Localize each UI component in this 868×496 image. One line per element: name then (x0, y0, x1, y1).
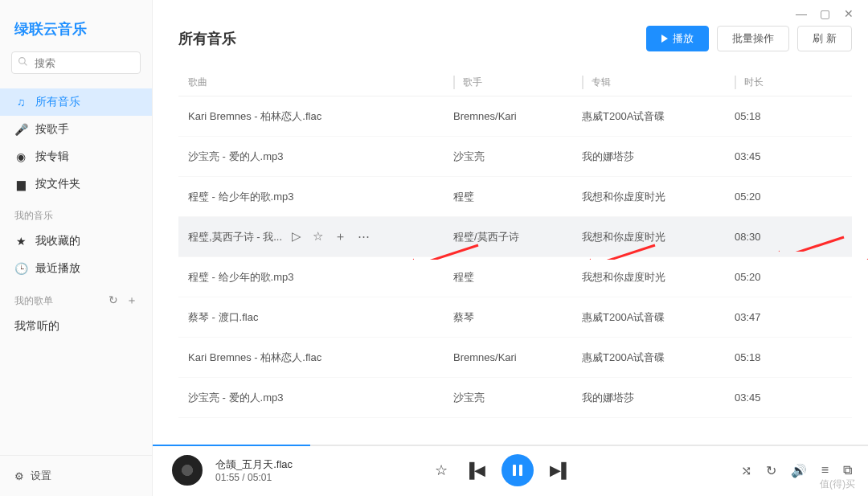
table-row[interactable]: 沙宝亮 - 爱的人.mp3 ▷ ☆ ＋ ⋯ 沙宝亮 我的娜塔莎 03:45 (178, 137, 852, 177)
progress-bar[interactable] (153, 445, 868, 446)
table-header: 歌曲 歌手 专辑 时长 (178, 69, 852, 96)
duration-cell: 05:18 (735, 110, 823, 122)
folder-icon: ▆ (14, 178, 27, 191)
volume-icon[interactable]: 🔊 (791, 463, 807, 478)
song-title: 沙宝亮 - 爱的人.mp3 (188, 391, 283, 405)
close-icon[interactable]: ✕ (844, 8, 855, 19)
sidebar-item-label: 按专辑 (35, 150, 69, 164)
sidebar-item-by-album[interactable]: ◉ 按专辑 (0, 143, 152, 170)
settings-button[interactable]: ⚙ 设置 (0, 455, 152, 496)
refresh-button[interactable]: 刷 新 (797, 26, 852, 51)
play-pause-button[interactable] (502, 454, 534, 486)
favorite-icon[interactable]: ☆ (435, 461, 448, 479)
section-my-music: 我的音乐 (0, 198, 152, 228)
history-icon[interactable]: ↻ (766, 463, 776, 478)
next-track-icon[interactable]: ▶▌ (550, 461, 571, 479)
song-title: 程璧 - 给少年的歌.mp3 (188, 190, 293, 204)
song-title: Kari Bremnes - 柏林恋人.flac (188, 109, 321, 124)
duration-cell: 05:20 (735, 271, 823, 283)
disc-icon: ◉ (14, 150, 27, 163)
duration-cell: 03:47 (735, 311, 823, 323)
sidebar-item-label: 我收藏的 (35, 234, 80, 248)
col-duration[interactable]: 时长 (735, 76, 823, 89)
table-row[interactable]: 沙宝亮 - 爱的人.mp3 ▷ ☆ ＋ ⋯ 沙宝亮 我的娜塔莎 03:45 (178, 378, 852, 418)
album-cell: 我想和你虚度时光 (582, 190, 735, 204)
now-playing-time: 01:55 / 05:01 (215, 472, 344, 483)
artist-cell: Bremnes/Kari (453, 351, 582, 363)
search-input[interactable] (11, 51, 141, 74)
mic-icon: 🎤 (14, 123, 27, 136)
album-cell: 我想和你虚度时光 (582, 270, 735, 285)
sidebar-item-label: 所有音乐 (35, 95, 80, 109)
duration-cell: 05:18 (735, 351, 823, 363)
col-song[interactable]: 歌曲 (188, 76, 453, 89)
song-title: Kari Bremnes - 柏林恋人.flac (188, 350, 321, 365)
add-icon[interactable]: ＋ (334, 229, 346, 244)
play-all-button[interactable]: 播放 (646, 26, 709, 51)
album-art[interactable] (172, 455, 203, 486)
queue-icon[interactable]: ≡ (821, 463, 829, 478)
svg-line-1 (24, 63, 27, 65)
section-my-playlist: 我的歌单 ↻ ＋ (0, 282, 152, 313)
watermark: 值(得)买 (820, 478, 855, 491)
table-row[interactable]: Kari Bremnes - 柏林恋人.flac ▷ ☆ ＋ ⋯ Bremnes… (178, 96, 852, 137)
more-icon[interactable]: ⋯ (358, 229, 370, 244)
album-cell: 我的娜塔莎 (582, 150, 735, 164)
add-playlist-icon[interactable]: ＋ (126, 293, 137, 308)
refresh-playlist-icon[interactable]: ↻ (108, 293, 118, 308)
batch-button[interactable]: 批量操作 (717, 26, 789, 51)
maximize-icon[interactable]: ▢ (820, 8, 831, 19)
duration-cell: 03:45 (735, 391, 823, 404)
main-content: 所有音乐 播放 批量操作 刷 新 歌曲 歌手 专辑 时长 Kari Bremne… (153, 0, 868, 496)
table-row[interactable]: Kari Bremnes - 柏林恋人.flac ▷ ☆ ＋ ⋯ Bremnes… (178, 338, 852, 378)
sidebar-item-label: 最近播放 (35, 261, 80, 276)
sidebar-item-favorites[interactable]: ★ 我收藏的 (0, 228, 152, 255)
song-title: 程璧 - 给少年的歌.mp3 (188, 270, 293, 285)
artist-cell: Bremnes/Kari (453, 110, 582, 122)
music-note-icon: ♫ (14, 96, 27, 109)
sidebar-item-all-music[interactable]: ♫ 所有音乐 (0, 88, 152, 116)
pause-icon (513, 465, 522, 476)
player-bar: 仓颉_五月天.flac 01:55 / 05:01 ☆ ▐◀ ▶▌ ⤭ ↻ 🔊 … (153, 445, 868, 496)
favorite-icon[interactable]: ☆ (313, 229, 323, 244)
page-title: 所有音乐 (178, 29, 236, 48)
album-cell: 惠威T200A试音碟 (582, 310, 735, 325)
artist-cell: 蔡琴 (453, 310, 582, 325)
prev-track-icon[interactable]: ▐◀ (464, 461, 485, 479)
song-title: 蔡琴 - 渡口.flac (188, 310, 258, 325)
sidebar-item-by-artist[interactable]: 🎤 按歌手 (0, 116, 152, 143)
sidebar-item-playlist[interactable]: 我常听的 (0, 313, 152, 340)
star-icon: ★ (14, 235, 27, 248)
minimize-icon[interactable]: — (796, 8, 807, 19)
svg-point-0 (19, 58, 26, 64)
gear-icon: ⚙ (14, 470, 24, 482)
clock-icon: 🕒 (14, 262, 27, 275)
table-row[interactable]: 程璧,莫西子诗 - 我... ▷ ☆ ＋ ⋯ 程璧/莫西子诗 我想和你虚度时光 … (178, 217, 852, 257)
sidebar: 绿联云音乐 ♫ 所有音乐 🎤 按歌手 ◉ 按专辑 ▆ 按文件夹 (0, 0, 153, 496)
song-title: 程璧,莫西子诗 - 我... (188, 230, 282, 244)
shuffle-icon[interactable]: ⤭ (741, 463, 751, 478)
sidebar-item-label: 按歌手 (35, 122, 69, 137)
table-row[interactable]: 蔡琴 - 渡口.flac ▷ ☆ ＋ ⋯ 蔡琴 惠威T200A试音碟 03:47 (178, 297, 852, 338)
duration-cell: 03:45 (735, 150, 823, 162)
col-artist[interactable]: 歌手 (453, 76, 582, 89)
play-icon[interactable]: ▷ (292, 229, 301, 244)
album-cell: 我想和你虚度时光 (582, 230, 735, 244)
track-list: Kari Bremnes - 柏林恋人.flac ▷ ☆ ＋ ⋯ Bremnes… (178, 96, 852, 496)
table-row[interactable]: 程璧 - 给少年的歌.mp3 ▷ ☆ ＋ ⋯ 程璧 我想和你虚度时光 05:20 (178, 257, 852, 297)
sidebar-item-label: 按文件夹 (35, 177, 80, 191)
artist-cell: 程璧 (453, 190, 582, 204)
duration-cell: 08:30 (735, 231, 823, 243)
sidebar-item-recent[interactable]: 🕒 最近播放 (0, 255, 152, 282)
mini-player-icon[interactable]: ⧉ (843, 463, 852, 478)
search-icon (18, 56, 28, 69)
col-album[interactable]: 专辑 (582, 76, 735, 89)
sidebar-item-by-folder[interactable]: ▆ 按文件夹 (0, 170, 152, 198)
artist-cell: 沙宝亮 (453, 391, 582, 405)
artist-cell: 沙宝亮 (453, 150, 582, 164)
artist-cell: 程璧 (453, 270, 582, 285)
duration-cell: 05:20 (735, 191, 823, 203)
app-logo: 绿联云音乐 (0, 19, 152, 51)
table-row[interactable]: 程璧 - 给少年的歌.mp3 ▷ ☆ ＋ ⋯ 程璧 我想和你虚度时光 05:20 (178, 177, 852, 217)
song-title: 沙宝亮 - 爱的人.mp3 (188, 150, 283, 164)
